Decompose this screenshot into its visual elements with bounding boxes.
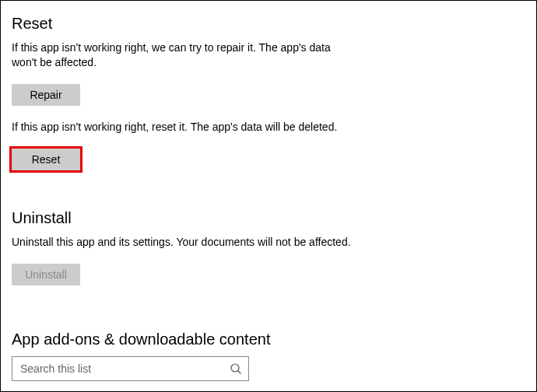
uninstall-description: Uninstall this app and its settings. You… (12, 235, 354, 250)
addons-heading: App add-ons & downloadable content (12, 331, 525, 348)
search-container (12, 356, 249, 381)
search-input[interactable] (12, 357, 248, 380)
svg-line-1 (238, 371, 241, 374)
reset-description: If this app isn't working right, reset i… (12, 120, 354, 135)
reset-button[interactable]: Reset (12, 149, 80, 170)
svg-point-0 (231, 364, 239, 372)
uninstall-button[interactable]: Uninstall (12, 264, 80, 285)
uninstall-heading: Uninstall (12, 209, 525, 227)
spacer (12, 299, 525, 331)
repair-description: If this app isn't working right, we can … (12, 40, 354, 70)
spacer (12, 184, 525, 209)
search-icon (230, 362, 242, 375)
reset-heading: Reset (12, 15, 525, 33)
repair-button[interactable]: Repair (12, 84, 80, 106)
